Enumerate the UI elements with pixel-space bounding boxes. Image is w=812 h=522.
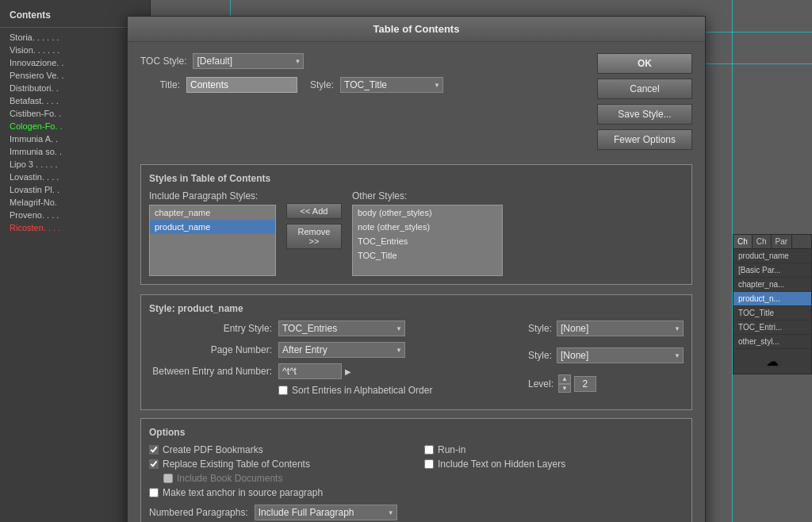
other-toc-entries[interactable]: TOC_Entries <box>353 234 502 248</box>
ch-panel-header: Ch Ch Par <box>733 235 811 249</box>
dialog-content: TOC Style: [Default] Title: Style: TOC_T… <box>128 42 705 522</box>
numbered-wrapper: Include Full Paragraph Include Paragraph… <box>255 505 397 520</box>
level-row: Level: ▲ ▼ <box>528 374 684 393</box>
ch-panel: Ch Ch Par product_name [Basic Par... cha… <box>733 234 812 374</box>
entry-style-label: Entry Style: <box>149 323 272 334</box>
include-label: Include Paragraph Styles: <box>149 190 276 202</box>
title-style-row: Title: Style: TOC_Title <box>140 77 584 93</box>
between-triangle-btn[interactable]: ▶ <box>342 366 354 378</box>
page-number-label: Page Number: <box>149 344 272 355</box>
ch-item-toc-entri[interactable]: TOC_Entri... <box>733 320 811 335</box>
ch-item-toc-title[interactable]: TOC_Title <box>733 306 811 320</box>
level-up-btn[interactable]: ▲ <box>558 374 571 384</box>
pn-style-select[interactable]: [None] <box>557 320 684 336</box>
page-number-row: Page Number: After Entry <box>149 342 512 358</box>
ch-tab-2[interactable]: Ch <box>753 235 772 248</box>
sort-checkbox[interactable] <box>278 386 288 395</box>
between-input[interactable] <box>278 363 342 379</box>
ch-item-basic-par[interactable]: [Basic Par... <box>733 263 811 278</box>
include-book-label: Include Book Documents <box>177 473 282 484</box>
add-button[interactable]: << Add <box>286 203 342 219</box>
fewer-options-button[interactable]: Fewer Options <box>597 129 692 150</box>
ch-item-product-name[interactable]: product_name <box>733 249 811 263</box>
include-hidden-checkbox[interactable] <box>424 459 434 469</box>
other-listbox[interactable]: body (other_styles) note (other_styles) … <box>352 205 503 276</box>
pn-style-wrapper: [None] <box>557 320 684 336</box>
options-title: Options <box>149 427 684 438</box>
make-anchor-row: Make text anchor in source paragraph <box>149 487 408 498</box>
cloud-icon: ☁ <box>733 349 811 374</box>
create-pdf-label: Create PDF Bookmarks <box>163 444 263 455</box>
style-select[interactable]: TOC_Title <box>340 77 443 93</box>
between-style-select[interactable]: [None] <box>557 347 684 363</box>
other-body[interactable]: body (other_styles) <box>353 205 502 220</box>
include-hidden-row: Include Text on Hidden Layers <box>424 459 684 470</box>
remove-button[interactable]: Remove >> <box>286 224 342 249</box>
replace-toc-checkbox[interactable] <box>149 459 159 469</box>
run-in-label: Run-in <box>438 444 465 455</box>
create-pdf-checkbox[interactable] <box>149 445 159 455</box>
other-note[interactable]: note (other_styles) <box>353 220 502 234</box>
other-styles-col: Other Styles: body (other_styles) note (… <box>352 190 684 276</box>
include-styles-col: Include Paragraph Styles: chapter_name p… <box>149 190 276 276</box>
title-input[interactable] <box>186 77 297 93</box>
numbered-label: Numbered Paragraphs: <box>149 507 248 518</box>
listbox-product-name[interactable]: product_name <box>150 220 275 234</box>
ok-button[interactable]: OK <box>597 53 692 74</box>
numbered-select[interactable]: Include Full Paragraph Include Paragraph… <box>255 505 397 520</box>
toc-style-row: TOC Style: [Default] <box>140 53 584 69</box>
level-label: Level: <box>528 378 553 390</box>
level-down-btn[interactable]: ▼ <box>558 384 571 393</box>
entry-style-row: Entry Style: TOC_Entries <box>149 320 512 336</box>
make-anchor-checkbox[interactable] <box>149 488 159 497</box>
between-label: Between Entry and Number: <box>149 366 272 377</box>
between-style-wrapper: [None] <box>557 347 684 363</box>
dialog-title: Table of Contents <box>373 23 460 35</box>
styles-box-title: Styles in Table of Contents <box>149 173 684 184</box>
level-section: ▲ ▼ <box>558 374 596 393</box>
ch-item-other-styl[interactable]: other_styl... <box>733 335 811 349</box>
level-input[interactable] <box>574 376 596 392</box>
sort-label: Sort Entries in Alphabetical Order <box>292 385 432 396</box>
buttons-column: OK Cancel Save Style... Fewer Options <box>597 53 692 155</box>
run-in-checkbox[interactable] <box>424 445 434 455</box>
options-section: Options Create PDF Bookmarks Replace Exi… <box>140 418 692 522</box>
other-styles-label: Other Styles: <box>352 190 684 202</box>
cancel-button[interactable]: Cancel <box>597 79 692 99</box>
ch-item-product-n[interactable]: product_n... <box>733 292 811 306</box>
entry-style-wrapper: TOC_Entries <box>278 320 405 336</box>
style-left: Entry Style: TOC_Entries Page Number: A <box>149 320 512 401</box>
options-left: Create PDF Bookmarks Replace Existing Ta… <box>149 444 408 498</box>
include-listbox[interactable]: chapter_name product_name <box>149 205 276 276</box>
ch-item-chapter-name[interactable]: chapter_na... <box>733 278 811 292</box>
numbered-row: Numbered Paragraphs: Include Full Paragr… <box>149 505 684 520</box>
ch-tab-par[interactable]: Par <box>772 235 793 248</box>
style-section-inner: Entry Style: TOC_Entries Page Number: A <box>149 320 684 401</box>
styles-box: Styles in Table of Contents Include Para… <box>140 164 692 285</box>
entry-style-select[interactable]: TOC_Entries <box>278 320 405 336</box>
listbox-chapter-name[interactable]: chapter_name <box>150 205 275 220</box>
ch-tab-1[interactable]: Ch <box>733 235 753 248</box>
style-right: Style: [None] Style: [None] <box>528 320 684 401</box>
other-toc-title[interactable]: TOC_Title <box>353 248 502 263</box>
page-number-select[interactable]: After Entry <box>278 342 405 358</box>
level-arrows: ▲ ▼ <box>558 374 571 393</box>
replace-toc-label: Replace Existing Table of Contents <box>163 459 310 470</box>
options-grid: Create PDF Bookmarks Replace Existing Ta… <box>149 444 684 498</box>
options-right: Run-in Include Text on Hidden Layers <box>424 444 684 498</box>
save-style-button[interactable]: Save Style... <box>597 104 692 125</box>
toc-style-wrapper: [Default] <box>193 53 304 69</box>
toc-style-select[interactable]: [Default] <box>193 53 304 69</box>
style-section-title: Style: product_name <box>149 303 684 314</box>
between-row: Between Entry and Number: ▶ <box>149 363 512 379</box>
style-wrapper: TOC_Title <box>340 77 443 93</box>
between-style-label: Style: <box>528 350 552 361</box>
styles-row: Include Paragraph Styles: chapter_name p… <box>149 190 684 276</box>
style-label: Style: <box>310 79 334 90</box>
include-hidden-label: Include Text on Hidden Layers <box>438 459 565 470</box>
pn-style-row: Style: [None] <box>528 320 684 336</box>
include-book-checkbox[interactable] <box>163 474 173 483</box>
between-style-row: Style: [None] <box>528 347 684 363</box>
page-number-wrapper: After Entry <box>278 342 405 358</box>
style-section: Style: product_name Entry Style: TOC_Ent… <box>140 294 692 410</box>
